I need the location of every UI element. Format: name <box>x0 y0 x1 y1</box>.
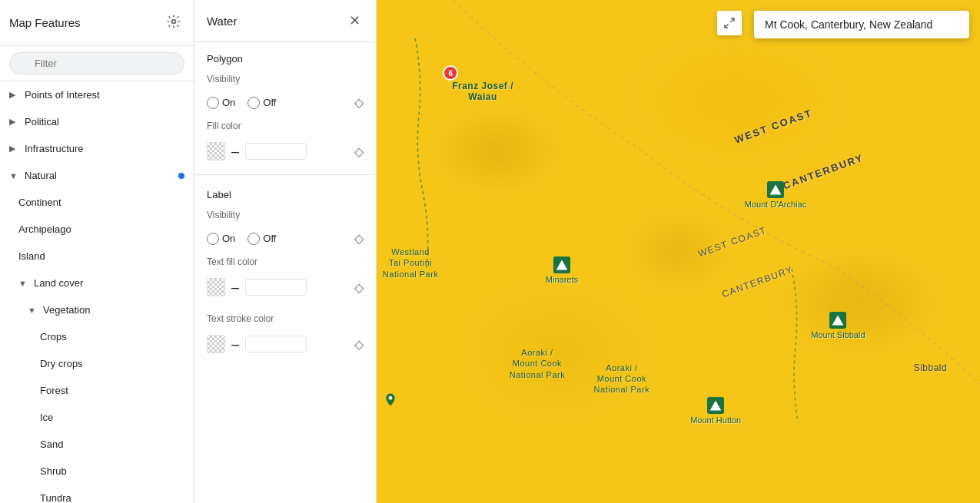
mountain-icon-3 <box>707 397 724 414</box>
sidebar-item-shrub[interactable]: Shrub <box>0 458 194 485</box>
mount-sibbald-poi[interactable]: Mount Sibbald <box>811 312 865 339</box>
sibbald-label: Sibbald <box>914 362 948 373</box>
polygon-section-label: Polygon <box>194 42 376 68</box>
svg-line-14 <box>725 24 729 28</box>
westland-np-label: WestlandTai PoutiniNational Park <box>383 247 439 280</box>
aoraki-small-pin[interactable] <box>383 392 398 411</box>
visibility-off-label[interactable]: Off <box>247 97 276 109</box>
text-stroke-color-wrap: – <box>207 335 307 353</box>
chevron-right-icon: ▶ <box>9 90 18 100</box>
visibility-label-controls: On Off ◇ <box>194 227 376 250</box>
visibility-polygon-controls: On Off ◇ <box>194 91 376 114</box>
map-search <box>754 11 969 38</box>
sidebar-item-land-cover[interactable]: ▼ Land cover <box>0 270 194 296</box>
visibility-label-label: Visibility <box>207 210 364 220</box>
text-stroke-color-checker[interactable] <box>207 335 225 353</box>
mountain-icon-4 <box>829 312 846 329</box>
chevron-down-icon: ▼ <box>9 171 18 180</box>
label-visibility-off-radio[interactable] <box>247 233 260 245</box>
text-fill-color-diamond[interactable]: ◇ <box>354 280 364 295</box>
chevron-right-icon: ▶ <box>9 144 18 154</box>
map-svg-overlay <box>377 0 980 503</box>
mountain-icon <box>553 256 570 273</box>
text-fill-color-checker[interactable] <box>207 278 225 296</box>
map-expand-button[interactable] <box>717 11 742 35</box>
visibility-on-radio[interactable] <box>207 97 219 109</box>
sidebar-item-island[interactable]: Island <box>0 243 194 270</box>
sidebar-item-archipelago[interactable]: Archipelago <box>0 216 194 243</box>
sidebar-item-forest[interactable]: Forest <box>0 377 194 404</box>
fill-color-dash: – <box>231 144 239 160</box>
visibility-polygon-label: Visibility <box>207 74 364 84</box>
svg-point-8 <box>388 396 392 400</box>
left-panel-header: Map Features <box>0 0 194 46</box>
fill-color-label: Fill color <box>207 121 364 131</box>
nav-list: ▶ Points of Interest ▶ Political ▶ Infra… <box>0 81 194 503</box>
settings-button[interactable] <box>163 11 184 35</box>
visibility-on-label[interactable]: On <box>207 97 235 109</box>
mount-hutton-poi[interactable]: Mount Hutton <box>690 397 741 425</box>
sidebar-item-vegetation[interactable]: ▼ Vegetation <box>0 296 194 323</box>
map-search-input[interactable] <box>754 11 969 38</box>
label-visibility-on-radio[interactable] <box>207 233 219 245</box>
svg-point-0 <box>172 20 176 24</box>
chevron-down-icon: ▼ <box>18 279 28 288</box>
text-stroke-color-field[interactable] <box>245 336 307 352</box>
mount-darchiac-poi[interactable]: Mount D'Archiac <box>745 181 806 209</box>
fill-color-field[interactable] <box>245 143 307 160</box>
label-visibility-off-label[interactable]: Off <box>247 233 276 245</box>
sidebar-item-points-of-interest[interactable]: ▶ Points of Interest <box>0 81 194 108</box>
text-fill-color-field[interactable] <box>245 279 307 296</box>
fill-color-input-wrap: – <box>207 142 307 160</box>
aoraki-np-label-2: Aoraki /Mount CookNational Park <box>594 362 650 395</box>
sidebar-item-natural[interactable]: ▼ Natural <box>0 162 194 189</box>
darchiac-label: Mount D'Archiac <box>745 200 806 209</box>
sidebar-item-political[interactable]: ▶ Political <box>0 108 194 135</box>
sibbald-mountain-label: Mount Sibbald <box>811 330 865 339</box>
fill-color-row: – ◇ <box>194 137 376 171</box>
modified-dot <box>178 173 184 179</box>
sidebar-item-crops[interactable]: Crops <box>0 323 194 350</box>
fill-color-diamond[interactable]: ◇ <box>354 144 364 159</box>
filter-wrap <box>9 52 184 74</box>
text-fill-color-row: – ◇ <box>194 273 376 307</box>
sidebar-item-sand[interactable]: Sand <box>0 431 194 458</box>
text-fill-color-wrap: – <box>207 278 307 296</box>
sidebar-item-continent[interactable]: Continent <box>0 189 194 216</box>
mountain-icon-2 <box>767 181 784 198</box>
label-visibility-on-label[interactable]: On <box>207 233 235 245</box>
minarets-poi[interactable]: Minarets <box>546 256 578 284</box>
section-divider <box>194 174 376 175</box>
filter-input[interactable] <box>9 52 184 74</box>
visibility-label-diamond[interactable]: ◇ <box>354 231 364 246</box>
left-panel: Map Features ▶ Points of Interest ▶ <box>0 0 194 503</box>
water-panel-title: Water <box>207 15 237 28</box>
text-fill-color-label-row: Text fill color <box>194 250 376 273</box>
visibility-label-radio-group: On Off <box>207 233 276 245</box>
aoraki-np-label-1: Aoraki /Mount CookNational Park <box>510 347 566 380</box>
sidebar-item-dry-crops[interactable]: Dry crops <box>0 350 194 377</box>
map-area[interactable]: 6 Franz Josef /Waiau WestlandTai Poutini… <box>377 0 980 503</box>
middle-panel-header: Water ✕ <box>194 0 376 42</box>
sidebar-item-infrastructure[interactable]: ▶ Infrastructure <box>0 135 194 162</box>
middle-panel: Water ✕ Polygon Visibility On Off ◇ Fill… <box>194 0 377 503</box>
fill-color-label-row: Fill color <box>194 114 376 137</box>
visibility-polygon-diamond[interactable]: ◇ <box>354 95 364 110</box>
text-stroke-color-label-row: Text stroke color <box>194 307 376 330</box>
chevron-right-icon: ▶ <box>9 117 18 127</box>
close-button[interactable]: ✕ <box>346 11 364 31</box>
text-stroke-color-row: – ◇ <box>194 330 376 364</box>
visibility-off-radio[interactable] <box>247 97 260 109</box>
polygon-section: Polygon Visibility On Off ◇ Fill color <box>194 42 376 171</box>
sidebar-item-ice[interactable]: Ice <box>0 404 194 431</box>
fill-color-checker[interactable] <box>207 142 225 160</box>
label-section: Label Visibility On Off ◇ Text fill colo… <box>194 178 376 364</box>
text-stroke-color-label: Text stroke color <box>207 313 364 324</box>
minarets-label: Minarets <box>546 275 578 284</box>
text-stroke-color-diamond[interactable]: ◇ <box>354 337 364 352</box>
visibility-polygon-radio-group: On Off <box>207 97 276 109</box>
label-section-label: Label <box>194 178 376 204</box>
hutton-label: Mount Hutton <box>690 415 741 425</box>
poi-pin-icon <box>383 392 398 411</box>
sidebar-item-tundra[interactable]: Tundra <box>0 485 194 503</box>
